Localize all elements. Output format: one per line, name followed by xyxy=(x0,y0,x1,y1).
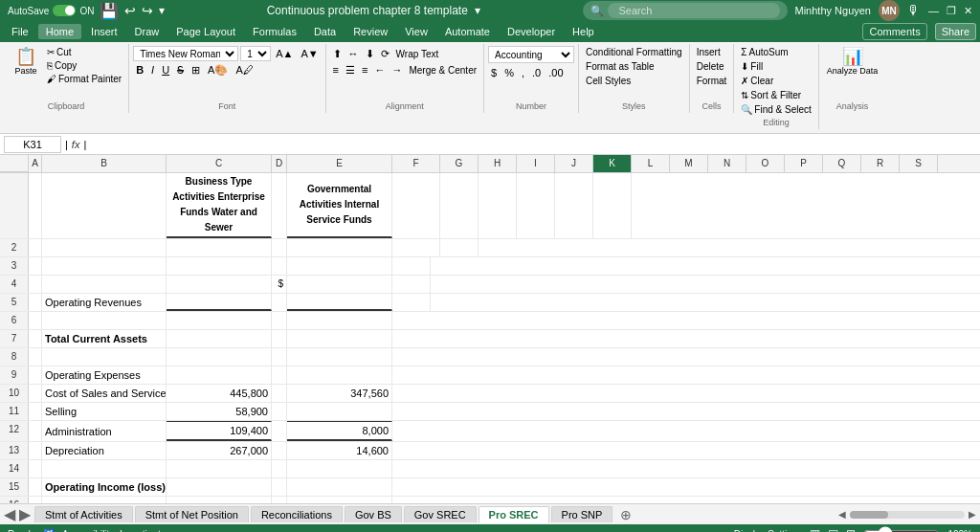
cell-c12[interactable]: 109,400 xyxy=(167,421,272,441)
insert-btn[interactable]: Insert xyxy=(694,46,724,58)
cell-e7[interactable] xyxy=(287,330,392,347)
cell-d4[interactable]: $ xyxy=(272,276,287,293)
cell-c3[interactable] xyxy=(167,257,272,275)
cell-f3[interactable] xyxy=(392,257,431,275)
cell-b5[interactable]: Operating Revenues xyxy=(42,294,167,311)
menu-insert[interactable]: Insert xyxy=(83,24,125,39)
cell-a13[interactable] xyxy=(29,442,42,459)
cell-b13[interactable]: Depreciation xyxy=(42,442,167,459)
number-format-select[interactable]: Accounting xyxy=(488,46,574,63)
view-normal-btn[interactable]: ▦ xyxy=(810,527,820,532)
col-header-e[interactable]: E xyxy=(287,155,392,172)
col-header-b[interactable]: B xyxy=(42,155,167,172)
cell-e12[interactable]: 8,000 xyxy=(287,421,392,441)
cell-d10[interactable] xyxy=(272,385,287,402)
col-header-r[interactable]: R xyxy=(861,155,900,172)
tab-pro-snp[interactable]: Pro SNP xyxy=(551,506,613,522)
col-header-o[interactable]: O xyxy=(746,155,785,172)
name-box[interactable] xyxy=(4,136,61,153)
col-header-c[interactable]: C xyxy=(167,155,272,172)
decrease-decimal-btn[interactable]: .00 xyxy=(546,65,566,80)
cell-b6[interactable] xyxy=(42,312,167,329)
wrap-text-btn[interactable]: Wrap Text xyxy=(393,46,442,61)
cell-a10[interactable] xyxy=(29,385,42,402)
increase-font-btn[interactable]: A▲ xyxy=(273,46,296,61)
col-header-a[interactable]: A xyxy=(29,155,42,172)
horizontal-scrollbar[interactable] xyxy=(850,511,965,519)
ribbon-collapse-icon[interactable]: 🎙 xyxy=(907,3,921,18)
align-center-btn[interactable]: ☰ xyxy=(343,62,358,78)
strikethrough-btn[interactable]: S̶ xyxy=(174,62,187,78)
menu-automate[interactable]: Automate xyxy=(437,24,498,39)
cell-e3[interactable] xyxy=(287,257,392,275)
cell-a15[interactable] xyxy=(29,478,42,496)
col-header-q[interactable]: Q xyxy=(823,155,861,172)
cell-b12[interactable]: Administration xyxy=(42,421,167,441)
cell-d6[interactable] xyxy=(272,312,287,329)
cell-b2[interactable] xyxy=(42,239,167,256)
cell-d3[interactable] xyxy=(272,257,287,275)
restore-btn[interactable]: ❐ xyxy=(947,5,956,17)
comments-btn[interactable]: Comments xyxy=(862,23,926,40)
redo-icon[interactable]: ↪ xyxy=(142,3,153,18)
cell-a9[interactable] xyxy=(29,366,42,384)
percent-btn[interactable]: % xyxy=(501,65,517,80)
merge-center-btn[interactable]: Merge & Center xyxy=(406,62,479,78)
tab-reconciliations[interactable]: Reconciliations xyxy=(251,506,343,522)
col-header-d[interactable]: D xyxy=(272,155,287,172)
cell-c16[interactable] xyxy=(167,497,272,503)
user-avatar[interactable]: MN xyxy=(879,0,900,21)
underline-btn[interactable]: U xyxy=(159,62,172,78)
col-header-h[interactable]: H xyxy=(479,155,517,172)
cell-h-header[interactable] xyxy=(479,173,517,238)
tab-pro-srec[interactable]: Pro SREC xyxy=(479,506,549,523)
cell-c7[interactable] xyxy=(167,330,272,347)
cell-c11[interactable]: 58,900 xyxy=(167,403,272,420)
cell-f2[interactable] xyxy=(392,239,440,256)
cell-j-header[interactable] xyxy=(555,173,593,238)
cell-f5[interactable] xyxy=(392,294,431,311)
col-header-p[interactable]: P xyxy=(785,155,823,172)
tab-gov-bs[interactable]: Gov BS xyxy=(345,506,402,522)
cell-a5[interactable] xyxy=(29,294,42,311)
cell-e6[interactable] xyxy=(287,312,392,329)
col-header-s[interactable]: S xyxy=(900,155,938,172)
col-header-m[interactable]: M xyxy=(670,155,708,172)
cell-d11[interactable] xyxy=(272,403,287,420)
menu-developer[interactable]: Developer xyxy=(500,24,563,39)
cell-a11[interactable] xyxy=(29,403,42,420)
cell-e2[interactable] xyxy=(287,239,392,256)
cell-b3[interactable] xyxy=(42,257,167,275)
cell-a14[interactable] xyxy=(29,460,42,477)
decrease-indent-btn[interactable]: ← xyxy=(371,62,388,78)
autosum-btn[interactable]: Σ AutoSum xyxy=(738,46,791,58)
col-header-i[interactable]: I xyxy=(517,155,555,172)
cell-d5[interactable] xyxy=(272,294,287,311)
scroll-left-btn[interactable]: ◀ xyxy=(838,509,846,520)
text-direction-btn[interactable]: ⟳ xyxy=(378,46,392,61)
clear-btn[interactable]: ✗ Clear xyxy=(738,75,776,87)
cell-b4[interactable] xyxy=(42,276,167,293)
col-header-k[interactable]: K xyxy=(593,155,632,172)
menu-view[interactable]: View xyxy=(397,24,435,39)
fill-btn[interactable]: ⬇ Fill xyxy=(738,60,766,73)
format-as-table-btn[interactable]: Format as Table xyxy=(583,60,657,73)
col-header-f[interactable]: F xyxy=(392,155,440,172)
cell-c10[interactable]: 445,800 xyxy=(167,385,272,402)
comma-btn[interactable]: , xyxy=(519,65,527,80)
cell-g-header[interactable] xyxy=(440,173,479,238)
cell-b-header[interactable] xyxy=(42,173,167,238)
autosave-switch[interactable] xyxy=(53,5,76,16)
cell-e9[interactable] xyxy=(287,366,392,384)
cell-c4[interactable] xyxy=(167,276,272,293)
cell-i-header[interactable] xyxy=(517,173,555,238)
col-header-j[interactable]: J xyxy=(555,155,593,172)
cell-d-header[interactable] xyxy=(272,173,287,238)
menu-data[interactable]: Data xyxy=(306,24,344,39)
scroll-tabs-right[interactable]: ▶ xyxy=(19,505,31,523)
cell-c8[interactable] xyxy=(167,348,272,366)
align-bottom-btn[interactable]: ⬇ xyxy=(363,46,377,61)
col-header-l[interactable]: L xyxy=(632,155,670,172)
cell-d13[interactable] xyxy=(272,442,287,459)
cell-a2[interactable] xyxy=(29,239,42,256)
